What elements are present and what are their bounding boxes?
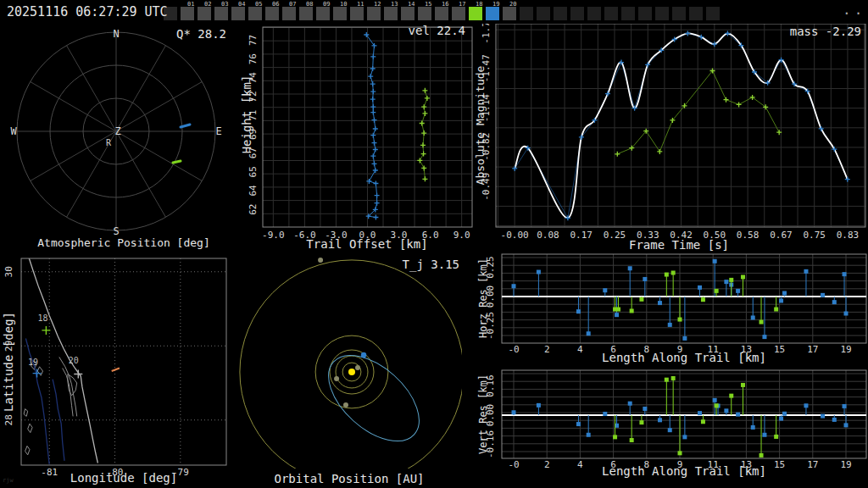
planet-jupiter bbox=[318, 258, 323, 263]
compass-W: W bbox=[10, 125, 17, 137]
station-label-19: 19 bbox=[28, 358, 38, 367]
frame-square[interactable] bbox=[672, 7, 686, 20]
atmospheric-panel: NESWZR Q* 28.2 Atmospheric Position [deg… bbox=[0, 24, 246, 252]
series-camera-18 bbox=[615, 69, 782, 157]
tick-label: 77 bbox=[248, 35, 259, 46]
frame-square-12[interactable] bbox=[367, 7, 381, 20]
frame-square[interactable] bbox=[520, 7, 533, 20]
frame-square-07[interactable] bbox=[282, 7, 296, 20]
frame-label: 06 bbox=[272, 1, 279, 8]
orbital-panel: T_j 3.15 Orbital Position [AU] bbox=[237, 252, 462, 488]
ground-track-map: 181920-81-80-79302928 bbox=[0, 252, 237, 488]
frame-square-01[interactable] bbox=[181, 7, 194, 20]
planet-venus bbox=[334, 376, 339, 381]
frame-label: 15 bbox=[425, 1, 431, 8]
tick-label: -9.0 bbox=[262, 230, 285, 241]
horz-residuals-panel: -02468911131517190.250.00-0.25 Horz Res … bbox=[468, 252, 868, 369]
magnitude-panel: -0.000.080.170.250.330.420.500.580.670.7… bbox=[475, 24, 868, 252]
station-label-18: 18 bbox=[37, 313, 47, 323]
frame-square[interactable] bbox=[638, 7, 652, 20]
frame-square-11[interactable] bbox=[350, 7, 364, 20]
series-camera-19 bbox=[364, 32, 379, 220]
tick-label: 0.83 bbox=[837, 230, 860, 241]
trail-ylabel: Height [km] bbox=[240, 75, 253, 154]
trail-offset-panel: -9.0-6.0-3.00.03.06.09.07776747271696765… bbox=[237, 24, 475, 252]
tick-label: 0.08 bbox=[537, 230, 559, 241]
mass-readout: mass -2.29 bbox=[790, 25, 861, 38]
frame-square-20[interactable] bbox=[503, 7, 516, 20]
frame-square[interactable] bbox=[570, 7, 584, 20]
frame-square[interactable] bbox=[706, 7, 720, 20]
frame-label: 05 bbox=[255, 1, 262, 8]
frame-square[interactable] bbox=[587, 7, 601, 20]
frame-square[interactable] bbox=[604, 7, 618, 20]
compass-N: N bbox=[113, 28, 119, 40]
frame-square-15[interactable] bbox=[418, 7, 431, 20]
tick-label: 0.25 bbox=[604, 230, 626, 241]
tick-label: 17 bbox=[807, 344, 818, 355]
atmospheric-position-chart: NESWZR bbox=[0, 24, 246, 252]
frame-square-16[interactable] bbox=[435, 7, 448, 20]
frame-square-18[interactable] bbox=[469, 7, 482, 20]
frame-label: 16 bbox=[442, 1, 448, 8]
radiant-label: R bbox=[106, 138, 112, 147]
frame-square-06[interactable] bbox=[265, 7, 279, 20]
frame-square-17[interactable] bbox=[452, 7, 465, 20]
magnitude-curve-chart: -0.000.080.170.250.330.420.500.580.670.7… bbox=[475, 24, 868, 252]
horz-res-ylabel: Horz Res [km] bbox=[477, 258, 489, 338]
frame-label: 19 bbox=[492, 1, 499, 8]
tick-label: 0.67 bbox=[770, 230, 793, 241]
tick-label: 15 bbox=[774, 459, 785, 470]
frame-square[interactable] bbox=[537, 7, 550, 20]
frame-square-08[interactable] bbox=[299, 7, 313, 20]
atmospheric-xlabel: Atmospheric Position [deg] bbox=[37, 236, 210, 249]
tick-label: 28 bbox=[3, 414, 14, 425]
q-star-readout: Q* 28.2 bbox=[176, 27, 226, 41]
frame-square-03[interactable] bbox=[214, 7, 228, 20]
frame-square-05[interactable] bbox=[248, 7, 262, 20]
tick-label: 2 bbox=[544, 459, 550, 470]
frame-square-13[interactable] bbox=[384, 7, 398, 20]
vert-residuals-panel: -02468911131517190.160.00-0.16 Vert Res … bbox=[468, 369, 868, 488]
trail-offset-chart: -9.0-6.0-3.00.03.06.09.07776747271696765… bbox=[237, 24, 475, 252]
frame-square[interactable] bbox=[655, 7, 669, 20]
map-xlabel: Longitude [deg] bbox=[70, 471, 177, 485]
frame-square[interactable] bbox=[689, 7, 703, 20]
tick-label: 76 bbox=[248, 53, 259, 64]
frame-label: 04 bbox=[238, 1, 245, 8]
tick-label: 0.58 bbox=[737, 230, 760, 241]
tick-label: 0.75 bbox=[803, 230, 826, 241]
tick-label: 0.17 bbox=[570, 230, 593, 241]
frame-square-02[interactable] bbox=[198, 7, 211, 20]
map-features: 181920 bbox=[24, 256, 120, 464]
station-marker-19 bbox=[33, 369, 42, 378]
planet-earth bbox=[361, 352, 366, 358]
vert-res-xlabel: Length Along Trail [km] bbox=[602, 464, 766, 478]
map-ylabel: Latitude [deg] bbox=[2, 312, 15, 412]
vert-res-ylabel: Vert Res [km] bbox=[477, 374, 489, 454]
tick-label: 19 bbox=[840, 344, 851, 355]
frame-square-09[interactable] bbox=[316, 7, 330, 20]
overflow-menu[interactable]: ... bbox=[843, 2, 868, 18]
frame-square-14[interactable] bbox=[401, 7, 415, 20]
sun bbox=[348, 369, 355, 375]
coastline bbox=[29, 256, 98, 463]
tick-label: -0.00 bbox=[501, 230, 529, 241]
residuals-green bbox=[613, 376, 778, 458]
frame-square-04[interactable] bbox=[231, 7, 245, 20]
frame-label: 14 bbox=[408, 1, 415, 8]
planet-mercury bbox=[355, 365, 360, 370]
tick-label: 4 bbox=[577, 344, 583, 355]
frame-label: 12 bbox=[374, 1, 381, 8]
tick-label: 30 bbox=[3, 266, 14, 277]
station-label-20: 20 bbox=[69, 356, 79, 365]
frame-square[interactable] bbox=[554, 7, 567, 20]
frame-square-19[interactable] bbox=[486, 7, 499, 20]
frame-label: 07 bbox=[289, 1, 296, 8]
frame-label: 03 bbox=[221, 1, 228, 8]
zenith-label: Z bbox=[114, 125, 120, 137]
frame-square-10[interactable] bbox=[333, 7, 347, 20]
frame-label: 09 bbox=[323, 1, 330, 8]
frame-square[interactable] bbox=[621, 7, 635, 20]
frame-label: 11 bbox=[357, 1, 364, 8]
